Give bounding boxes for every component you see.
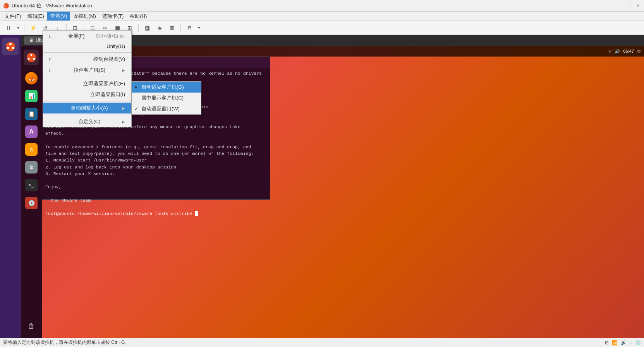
toolbar-sep-1: [24, 24, 24, 32]
status-icon-4: ↕: [630, 340, 632, 345]
panel-right: ▽ 🔊 06:47 ⚙: [608, 49, 641, 54]
menu-custom[interactable]: 自定义(C) ▶: [43, 116, 131, 127]
fit-button[interactable]: ⊠: [167, 22, 177, 33]
minimize-button[interactable]: —: [619, 3, 625, 9]
ubuntu-launcher-font[interactable]: A: [24, 124, 39, 139]
submenu-label-autofit-window: 自动适应窗口(W): [141, 105, 180, 112]
submenu-label-autofit-guest: 自动适应客户机(G): [141, 84, 184, 91]
menu-label-fullscreen: 全屏(F): [68, 33, 85, 40]
menu-icon-stretch: □: [49, 67, 57, 73]
terminal-line-20: [45, 204, 267, 210]
svg-point-7: [31, 54, 33, 56]
volume-icon: 🔊: [615, 49, 620, 54]
svg-point-3: [9, 43, 12, 45]
menu-arrow-stretch: ▶: [122, 68, 125, 72]
status-icon-5: 💿: [635, 340, 641, 345]
terminal-line-10: [45, 137, 267, 144]
tab-icon: 🖥: [29, 38, 33, 43]
status-icon-1: ⊞: [605, 340, 609, 345]
sep-3: [43, 101, 131, 101]
toolbar-sep-4: [138, 24, 139, 32]
submenu-autofit-guest[interactable]: ● 自动适应客户机(G): [132, 82, 201, 93]
menu-stretch[interactable]: □ 拉伸客户机(S) ▶: [43, 65, 131, 76]
menu-label-console: 控制台视图(V): [93, 56, 125, 63]
sep-4: [43, 115, 131, 115]
ubuntu-launcher-firefox[interactable]: 🦊: [24, 70, 39, 86]
pause-button[interactable]: ⏸: [3, 22, 14, 33]
terminal-line-16: [45, 177, 267, 184]
terminal-line-13: 1. Manually start /usr/bin/vmware-user: [45, 157, 267, 163]
pause-dropdown-button[interactable]: ▼: [15, 22, 21, 33]
clock: 06:47: [623, 49, 634, 53]
submenu-autofit-window[interactable]: ✓ 自动适应窗口(W): [132, 103, 201, 114]
terminal-line-18: [45, 191, 267, 197]
maximize-button[interactable]: □: [627, 3, 633, 9]
menu-label-unity: Unity(U): [106, 43, 125, 49]
menu-edit[interactable]: 编辑(E): [24, 12, 47, 21]
terminal-prompt: root@ubuntu:/home/willian/vmtools/vmware…: [45, 210, 267, 217]
sidebar-icon-ubuntu[interactable]: [2, 38, 19, 55]
console-button[interactable]: ◈: [154, 22, 165, 33]
menu-view[interactable]: 查看(V): [47, 12, 70, 21]
terminal-line-17: Enjoy,: [45, 184, 267, 190]
ubuntu-launcher-terminal[interactable]: >_: [24, 177, 39, 193]
menu-label-fit-window: 立即适应窗口(I): [90, 91, 125, 98]
menu-label-custom: 自定义(C): [78, 118, 100, 125]
svg-point-4: [7, 47, 9, 49]
terminal-line-12: file and text copy/paste), you will need…: [45, 150, 267, 157]
ubuntu-sidebar: 🦊 📊 📋 A a ⚙: [21, 46, 42, 338]
ubuntu-launcher-settings[interactable]: ⚙: [24, 160, 39, 175]
status-text: 要将输入定向到该虚拟机，请在虚拟机内部单击或按 Ctrl+G。: [3, 339, 129, 346]
terminal-line-15: 3. Restart your X session.: [45, 170, 267, 177]
status-icon-2: 📶: [612, 340, 618, 345]
menu-fullscreen[interactable]: □ 全屏(F) Ctrl+Alt+Enter: [43, 31, 131, 41]
guest-dropdown-button[interactable]: ▼: [196, 22, 202, 33]
menu-shortcut-fullscreen: Ctrl+Alt+Enter: [96, 33, 125, 39]
menu-icon-fullscreen: □: [49, 33, 57, 39]
menu-file[interactable]: 文件(F): [2, 12, 24, 21]
menu-tab[interactable]: 选项卡(T): [99, 12, 127, 21]
sep-2: [43, 77, 131, 77]
app-icon: V: [3, 3, 9, 9]
menu-console[interactable]: □ 控制台视图(V): [43, 54, 131, 65]
submenu-label-center-guest: 居中显示客户机(C): [141, 94, 184, 101]
stretch-button[interactable]: ▦: [142, 22, 153, 33]
svg-text:V: V: [4, 5, 7, 8]
terminal-line-9: effect.: [45, 130, 267, 137]
status-bar: 要将输入定向到该虚拟机，请在虚拟机内部单击或按 Ctrl+G。 ⊞ 📶 🔊 ↕ …: [0, 338, 644, 347]
view-menu-dropdown: □ 全屏(F) Ctrl+Alt+Enter Unity(U) □ 控制台视图(…: [43, 30, 132, 127]
menu-fit-window[interactable]: 立即适应窗口(I): [43, 89, 131, 100]
submenu-check-autofit-window: ✓: [134, 106, 138, 112]
menu-arrow-custom: ▶: [122, 120, 125, 124]
svg-point-9: [33, 58, 35, 60]
terminal-line-11: To enable advanced X features (e.g., gue…: [45, 144, 267, 150]
ubuntu-launcher-dvd[interactable]: 💿: [24, 195, 39, 211]
settings-icon: ⚙: [637, 49, 641, 54]
menu-autofit[interactable]: 自动调整大小(A) ▶: [43, 103, 131, 113]
power-button[interactable]: ⚡: [27, 22, 38, 33]
network-icon: ▽: [608, 49, 611, 54]
menu-fit-guest[interactable]: 立即适应客户机(E): [43, 78, 131, 89]
autofit-submenu: ● 自动适应客户机(G) 居中显示客户机(C) ✓ 自动适应窗口(W): [132, 81, 201, 115]
ubuntu-launcher-trash[interactable]: 🗑: [24, 318, 39, 334]
submenu-center-guest[interactable]: 居中显示客户机(C): [132, 93, 201, 103]
menu-label-stretch: 拉伸客户机(S): [74, 67, 105, 74]
ubuntu-launcher-amazon[interactable]: a: [24, 142, 39, 157]
menu-help[interactable]: 帮助(H): [127, 12, 150, 21]
ubuntu-panel: 终端 终端 文... ▽ 🔊 06:47 ⚙: [42, 46, 644, 57]
menu-bar: 文件(F) 编辑(E) 查看(V) 虚拟机(M) 选项卡(T) 帮助(H): [0, 12, 644, 21]
close-button[interactable]: ✕: [635, 3, 641, 9]
ubuntu-launcher-search[interactable]: [24, 50, 39, 65]
guest-button[interactable]: ⊟: [184, 22, 195, 33]
ubuntu-launcher-libreoffice[interactable]: 📋: [24, 106, 39, 122]
terminal-line-19: --the VMware team: [45, 197, 267, 204]
ubuntu-launcher-files[interactable]: 📊: [24, 88, 39, 104]
toolbar-sep-5: [180, 24, 181, 32]
menu-arrow-autofit: ▶: [122, 106, 125, 110]
svg-point-5: [12, 47, 14, 49]
window-controls: — □ ✕: [619, 3, 641, 9]
menu-vm[interactable]: 虚拟机(M): [70, 12, 99, 21]
terminal-line-14: 2. Log out and log back into your deskto…: [45, 164, 267, 170]
menu-unity[interactable]: Unity(U): [43, 41, 131, 51]
submenu-bullet-autofit-guest: ●: [134, 84, 137, 90]
